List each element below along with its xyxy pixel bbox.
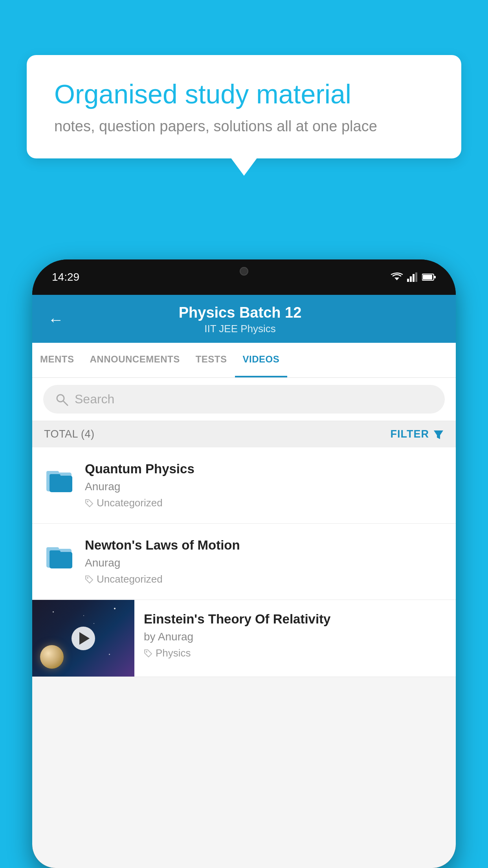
header-text: Physics Batch 12 IIT JEE Physics bbox=[72, 304, 409, 335]
item-content: Quantum Physics Anurag Uncategorized bbox=[85, 462, 444, 509]
tag-label: Physics bbox=[156, 647, 191, 659]
video-author: by Anurag bbox=[144, 631, 446, 643]
svg-point-21 bbox=[146, 651, 147, 653]
search-box[interactable]: Search bbox=[43, 385, 445, 414]
tab-tests[interactable]: TESTS bbox=[188, 343, 235, 377]
tag-label: Uncategorized bbox=[97, 573, 163, 585]
tag-label: Uncategorized bbox=[97, 497, 163, 509]
wifi-icon bbox=[391, 272, 403, 282]
item-author: Anurag bbox=[85, 480, 444, 493]
svg-point-20 bbox=[87, 577, 88, 579]
svg-marker-10 bbox=[434, 430, 443, 439]
filter-row: TOTAL (4) FILTER bbox=[32, 421, 456, 447]
svg-line-9 bbox=[63, 401, 68, 405]
list-item-video[interactable]: Einstein's Theory Of Relativity by Anura… bbox=[32, 600, 456, 677]
svg-point-15 bbox=[87, 501, 88, 502]
phone-frame: 14:29 bbox=[32, 259, 456, 868]
tag-icon bbox=[144, 649, 152, 658]
video-content: Einstein's Theory Of Relativity by Anura… bbox=[134, 600, 456, 671]
play-button[interactable] bbox=[72, 627, 95, 650]
item-tag: Uncategorized bbox=[85, 497, 444, 509]
item-title: Quantum Physics bbox=[85, 462, 444, 476]
speech-bubble: Organised study material notes, question… bbox=[27, 55, 461, 158]
filter-button[interactable]: FILTER bbox=[391, 428, 444, 440]
svg-rect-6 bbox=[423, 275, 432, 280]
tab-ments[interactable]: MENTS bbox=[32, 343, 82, 377]
svg-rect-18 bbox=[50, 552, 72, 568]
battery-icon bbox=[422, 273, 436, 281]
list-item[interactable]: Quantum Physics Anurag Uncategorized bbox=[32, 447, 456, 524]
tag-icon bbox=[85, 575, 94, 584]
svg-rect-13 bbox=[50, 476, 72, 492]
svg-rect-19 bbox=[50, 550, 61, 554]
svg-rect-14 bbox=[50, 474, 61, 478]
svg-rect-2 bbox=[410, 276, 412, 282]
filter-label: FILTER bbox=[391, 428, 429, 440]
signal-icon bbox=[407, 272, 418, 282]
planet-graphic bbox=[40, 645, 64, 669]
item-author: Anurag bbox=[85, 557, 444, 569]
video-tag: Physics bbox=[144, 647, 446, 659]
filter-icon bbox=[433, 429, 444, 440]
tab-bar: MENTS ANNOUNCEMENTS TESTS VIDEOS bbox=[32, 343, 456, 378]
svg-rect-3 bbox=[413, 274, 415, 282]
tab-announcements[interactable]: ANNOUNCEMENTS bbox=[82, 343, 188, 377]
bubble-subtitle: notes, question papers, solutions all at… bbox=[54, 118, 434, 135]
search-container: Search bbox=[32, 378, 456, 421]
list-item[interactable]: Newton's Laws of Motion Anurag Uncategor… bbox=[32, 524, 456, 600]
phone-time: 14:29 bbox=[52, 271, 79, 283]
back-button[interactable]: ← bbox=[48, 311, 64, 329]
tab-videos[interactable]: VIDEOS bbox=[235, 343, 288, 377]
search-placeholder: Search bbox=[75, 392, 114, 406]
item-tag: Uncategorized bbox=[85, 573, 444, 585]
status-bar: 14:29 bbox=[32, 259, 456, 295]
video-thumbnail bbox=[32, 600, 134, 677]
total-count: TOTAL (4) bbox=[44, 428, 95, 440]
tag-icon bbox=[85, 499, 94, 508]
svg-marker-0 bbox=[394, 278, 399, 280]
app-header: ← Physics Batch 12 IIT JEE Physics bbox=[32, 295, 456, 343]
search-icon bbox=[55, 393, 68, 406]
svg-rect-4 bbox=[415, 272, 417, 282]
header-subtitle: IIT JEE Physics bbox=[72, 323, 409, 335]
status-icons bbox=[391, 272, 436, 282]
svg-rect-7 bbox=[434, 276, 436, 278]
phone-notch bbox=[209, 259, 279, 283]
folder-icon bbox=[44, 540, 75, 572]
bubble-title: Organised study material bbox=[54, 79, 434, 109]
content-list: Quantum Physics Anurag Uncategorized bbox=[32, 447, 456, 677]
camera bbox=[240, 267, 248, 276]
svg-rect-1 bbox=[407, 279, 409, 282]
video-title: Einstein's Theory Of Relativity bbox=[144, 612, 446, 627]
phone-screen: ← Physics Batch 12 IIT JEE Physics MENTS… bbox=[32, 295, 456, 868]
item-content: Newton's Laws of Motion Anurag Uncategor… bbox=[85, 538, 444, 585]
folder-icon bbox=[44, 464, 75, 495]
header-title: Physics Batch 12 bbox=[72, 304, 409, 321]
item-title: Newton's Laws of Motion bbox=[85, 538, 444, 553]
